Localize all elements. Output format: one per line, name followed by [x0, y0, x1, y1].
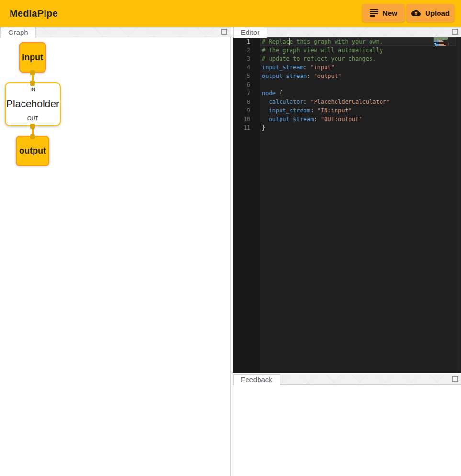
code-token: # Replace this graph with your own. [262, 38, 383, 45]
code-token: : [307, 73, 314, 79]
line-number: 8 [233, 98, 260, 106]
code-token: "output" [314, 73, 341, 79]
port-placeholder-in [30, 81, 35, 86]
code-token: : [304, 99, 310, 105]
code-token: : [310, 107, 317, 114]
line-number: 2 [233, 46, 260, 55]
tab-editor[interactable]: Editor [233, 27, 267, 38]
tab-feedback[interactable]: Feedback [233, 374, 280, 385]
graph-node-output-label: output [19, 146, 46, 156]
tab-feedback-label: Feedback [241, 376, 272, 384]
indent-guide [294, 98, 294, 123]
minimap[interactable] [434, 37, 452, 95]
code-token: node [262, 90, 276, 97]
line-number: 5 [233, 72, 260, 80]
graph-tabstrip: Graph [0, 27, 231, 37]
feedback-tabstrip: Feedback [233, 374, 461, 385]
code-line: # update to reflect your changes. [260, 55, 456, 63]
code-token [262, 99, 269, 105]
upload-button-label: Upload [425, 9, 450, 17]
editor-maximize-button[interactable] [452, 29, 458, 35]
code-token [262, 116, 269, 122]
feedback-content [233, 385, 461, 476]
code-token: } [262, 124, 265, 131]
feedback-maximize-button[interactable] [452, 376, 458, 382]
code-token: input_stream [262, 64, 304, 71]
upload-button[interactable]: Upload [406, 4, 454, 22]
app-header: MediaPipe New Upload [0, 0, 461, 27]
port-input-out [30, 70, 35, 75]
code-line: input_stream: "IN:input" [260, 106, 456, 115]
code-token: "OUT:output" [321, 116, 362, 122]
line-number: 4 [233, 63, 260, 72]
line-number: 3 [233, 55, 260, 63]
code-lines: # Replace this graph with your own.# The… [260, 37, 456, 373]
new-button[interactable]: New [362, 4, 405, 22]
code-line: calculator: "PlaceholderCalculator" [260, 98, 456, 106]
graph-node-placeholder-label: Placeholder [6, 98, 59, 110]
port-output-in [30, 134, 35, 139]
app-root: MediaPipe New Upload Graph input IN Plac… [0, 0, 461, 476]
line-number: 11 [233, 123, 260, 132]
port-placeholder-out [30, 124, 35, 129]
graph-node-output[interactable]: output [16, 136, 49, 166]
placeholder-in-port-label: IN [30, 87, 35, 92]
code-line [260, 80, 456, 89]
code-token: # The graph view will automatically [262, 47, 383, 54]
line-number: 9 [233, 106, 260, 115]
minimap-row [434, 46, 452, 47]
placeholder-out-port-label: OUT [27, 115, 38, 121]
code-token [262, 107, 269, 114]
code-token: output_stream [269, 116, 314, 122]
code-token: "input" [310, 64, 335, 71]
new-button-label: New [382, 9, 397, 17]
graph-node-placeholder[interactable]: IN Placeholder OUT [5, 82, 61, 126]
tab-graph[interactable]: Graph [0, 27, 36, 38]
line-number: 7 [233, 89, 260, 98]
code-token: "IN:input" [317, 107, 352, 114]
line-number: 6 [233, 80, 260, 89]
code-token: output_stream [262, 73, 307, 79]
code-token: # update to reflect your changes. [262, 55, 376, 62]
code-line: output_stream: "OUT:output" [260, 115, 456, 123]
code-token: : [314, 116, 320, 122]
code-token: : [304, 64, 310, 71]
code-editor[interactable]: 1234567891011 # Replace this graph with … [233, 37, 461, 373]
graph-node-input[interactable]: input [19, 42, 46, 73]
code-line: input_stream: "input" [260, 63, 456, 72]
page-title: MediaPipe [10, 8, 58, 19]
tab-graph-label: Graph [8, 28, 28, 36]
editor-tabstrip: Editor [233, 27, 461, 37]
graph-canvas[interactable]: input IN Placeholder OUT output [0, 37, 231, 476]
code-token: "PlaceholderCalculator" [310, 99, 390, 105]
code-token: input_stream [269, 107, 310, 114]
scrollbar-track[interactable] [457, 37, 457, 373]
list-icon [370, 9, 378, 17]
code-line: } [260, 123, 456, 132]
line-number: 1 [233, 37, 260, 46]
code-line: output_stream: "output" [260, 72, 456, 80]
cloud-upload-icon [411, 8, 421, 18]
graph-node-input-label: input [22, 53, 43, 63]
editor-gutter: 1234567891011 [233, 37, 260, 373]
code-token: { [276, 90, 282, 97]
text-cursor [289, 38, 290, 45]
code-token: calculator [269, 99, 303, 105]
line-number: 10 [233, 115, 260, 123]
code-line: # The graph view will automatically [260, 46, 456, 55]
graph-maximize-button[interactable] [221, 29, 227, 35]
code-line: node { [260, 89, 456, 98]
tab-editor-label: Editor [241, 28, 259, 36]
